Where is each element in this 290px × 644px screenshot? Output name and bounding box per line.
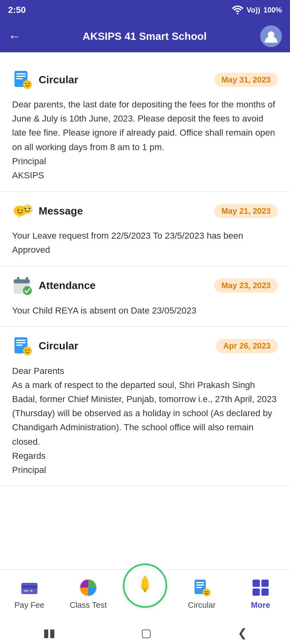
notif-header: Circular Apr 26, 2023 [12,336,278,357]
notif-body: Dear ParentsAs a mark of respect to the … [12,364,278,477]
svg-rect-29 [24,590,29,592]
notif-date: May 31, 2023 [214,73,278,87]
svg-rect-28 [21,585,37,588]
circular-icon [12,336,33,357]
nav-item-pay-fee[interactable]: Pay Fee [5,577,54,610]
notification-item: Circular May 31, 2023 Dear parents, the … [0,60,290,192]
svg-point-7 [25,83,27,84]
svg-point-25 [25,349,27,351]
svg-point-8 [28,83,29,84]
nav-item-class-test[interactable]: Class Test [64,577,112,610]
svg-point-24 [23,347,32,355]
notif-type: Attendance [39,279,96,292]
svg-point-26 [28,349,29,351]
svg-rect-45 [261,580,269,587]
svg-point-12 [22,204,33,214]
recents-icon[interactable]: ▮▮ [43,626,55,640]
svg-rect-47 [261,588,269,596]
svg-point-13 [25,208,26,209]
status-indicators: Vo)) 100% [232,6,282,14]
svg-rect-3 [16,73,26,74]
notif-title-group: Attendance [12,275,96,296]
nav-label-more: More [251,601,270,610]
svg-rect-30 [30,590,33,592]
svg-point-0 [237,13,238,14]
notif-header: Circular May 31, 2023 [12,69,278,90]
svg-point-10 [17,209,19,211]
nav-item-more[interactable]: More [236,577,285,610]
svg-point-42 [205,591,206,592]
notif-type: Circular [39,74,78,86]
notification-item: Message May 21, 2023 Your Leave request … [0,192,290,266]
svg-rect-40 [196,587,202,588]
notif-body: Your Child REYA is absent on Date 23/05/… [12,303,278,318]
nav-label-pay-fee: Pay Fee [14,601,44,610]
home-icon[interactable]: ▢ [141,626,151,640]
notif-date: Apr 26, 2023 [216,339,278,353]
battery-icon: 100% [263,6,282,14]
notif-date: May 23, 2023 [214,279,278,293]
notification-item: Circular Apr 26, 2023 Dear ParentsAs a m… [0,327,290,487]
circular-icon [12,69,33,90]
svg-rect-44 [253,580,260,587]
notif-date: May 21, 2023 [214,204,278,218]
notif-body: Your Leave request from 22/5/2023 To 23/… [12,229,278,257]
notifications-list: Circular May 31, 2023 Dear parents, the … [0,52,290,592]
svg-rect-46 [253,588,260,596]
more-icon [250,577,271,598]
svg-point-19 [23,286,32,295]
svg-rect-36 [144,576,146,578]
attendance-icon [12,275,33,296]
svg-rect-38 [196,582,204,583]
signal-icon: Vo)) [246,6,260,14]
svg-rect-5 [16,78,23,79]
nav-item-circular[interactable]: Circular [178,577,226,610]
svg-rect-17 [17,277,19,282]
class-test-icon [78,577,99,598]
message-icon [12,200,33,221]
svg-point-6 [23,80,32,89]
notif-header: Message May 21, 2023 [12,200,278,221]
notif-type: Circular [39,340,78,352]
notification-item: Attendance May 23, 2023 Your Child REYA … [0,266,290,327]
bottom-navigation: Pay Fee Class Test [0,569,290,621]
svg-rect-21 [16,340,26,341]
status-time: 2:50 [8,5,26,15]
nav-label-circular: Circular [188,601,216,610]
svg-rect-22 [16,342,26,343]
status-bar: 2:50 Vo)) 100% [0,0,290,20]
svg-rect-18 [26,277,28,282]
svg-rect-4 [16,76,26,77]
page-title: AKSIPS 41 Smart School [29,30,260,43]
svg-point-14 [29,208,30,209]
svg-rect-23 [16,345,23,346]
system-nav-bar: ▮▮ ▢ ❮ [0,621,290,644]
avatar[interactable] [260,25,282,47]
notif-title-group: Circular [12,69,78,90]
pay-fee-icon [19,577,40,598]
nav-circular-icon [191,577,212,598]
notif-type: Message [39,205,83,217]
notif-title-group: Circular [12,336,78,357]
svg-rect-39 [196,584,204,586]
notif-header: Attendance May 23, 2023 [12,275,278,296]
wifi-icon [232,6,243,14]
nav-bell-button[interactable] [123,564,167,608]
svg-point-41 [203,588,211,597]
app-header: ← AKSIPS 41 Smart School [0,20,290,52]
notif-body: Dear parents, the last date for depositi… [12,97,278,182]
nav-label-class-test: Class Test [70,601,107,610]
svg-point-43 [207,591,209,592]
back-button[interactable]: ← [8,29,21,44]
notif-title-group: Message [12,200,83,221]
svg-point-35 [144,589,147,592]
back-nav-icon[interactable]: ❮ [238,626,247,640]
